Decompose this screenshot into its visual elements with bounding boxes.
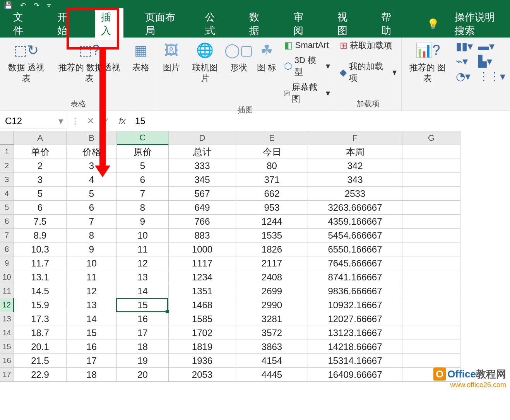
cell[interactable]: 16 [117,312,169,326]
cell[interactable]: 17 [67,354,117,368]
cell[interactable]: 14.5 [14,284,67,298]
name-box[interactable]: C12 ▾ [1,114,67,128]
cell[interactable]: 80 [236,159,308,173]
row-header[interactable]: 12 [0,298,14,312]
cell[interactable]: 766 [169,215,236,229]
cell[interactable]: 20 [117,368,169,382]
cell[interactable]: 3263.666667 [308,201,402,215]
cell[interactable] [402,215,460,229]
cell[interactable] [402,270,460,284]
cell[interactable]: 13 [67,298,117,312]
cell[interactable] [402,187,460,201]
cell[interactable]: 8.9 [14,229,67,242]
line-chart-icon[interactable]: ▬▾ [478,40,505,53]
tab-file[interactable]: 文件 [7,8,36,40]
cell[interactable]: 342 [308,159,402,173]
row-header[interactable]: 5 [0,201,14,215]
bar-chart-icon[interactable]: ▙▾ [478,55,505,68]
cell[interactable]: 343 [308,173,402,187]
cell[interactable]: 18 [117,340,169,354]
cell[interactable]: 1244 [236,215,308,229]
cell[interactable]: 11.7 [14,256,67,270]
cell[interactable]: 2699 [236,284,308,298]
name-box-dropdown-icon[interactable]: ▾ [58,116,63,126]
col-header-F[interactable]: F [308,131,402,145]
row-header[interactable]: 10 [0,270,14,284]
icons-button[interactable]: ☘ 图 标 [256,40,277,73]
cell[interactable]: 2 [14,159,67,173]
cell[interactable]: 2053 [169,368,236,382]
qat-more-icon[interactable]: ▿ [47,1,51,10]
cell[interactable]: 1468 [169,298,236,312]
row-header[interactable]: 15 [0,340,14,354]
cell[interactable]: 8 [67,229,117,242]
cell[interactable]: 22.9 [14,368,67,382]
cell[interactable]: 5 [14,187,67,201]
row-header[interactable]: 9 [0,256,14,270]
row-header[interactable]: 17 [0,368,14,382]
cell[interactable] [402,173,460,187]
cell[interactable]: 16409.66667 [308,368,402,382]
cell[interactable] [402,326,460,340]
screenshot-button[interactable]: ⎚ 屏幕截图 ▾ [284,82,330,105]
cell[interactable]: 4359.166667 [308,215,402,229]
cell[interactable] [402,242,460,256]
cell[interactable]: 11 [117,242,169,256]
cell[interactable]: 17 [117,326,169,340]
tab-formulas[interactable]: 公式 [199,8,228,40]
row-header[interactable]: 1 [0,145,14,159]
cell[interactable]: 371 [236,173,308,187]
cell[interactable]: 9836.666667 [308,284,402,298]
my-addins-button[interactable]: ◆ 我的加载项 ▾ [340,61,397,84]
3d-model-button[interactable]: ⬡ 3D 模型 ▾ [284,55,330,78]
cell[interactable]: 6 [117,173,169,187]
row-header[interactable]: 11 [0,284,14,298]
col-header-D[interactable]: D [169,131,236,145]
cell[interactable]: 1000 [169,242,236,256]
cell[interactable]: 1826 [236,242,308,256]
cell[interactable] [402,312,460,326]
cell[interactable]: 18 [67,368,117,382]
cell[interactable] [402,284,460,298]
cell[interactable]: 6 [14,201,67,215]
cell[interactable]: 原价 [117,145,169,159]
cell[interactable]: 4445 [236,368,308,382]
cell[interactable]: 13123.16667 [308,326,402,340]
cell[interactable]: 7 [117,187,169,201]
row-header[interactable]: 6 [0,215,14,229]
cell[interactable]: 17.3 [14,312,67,326]
cell[interactable]: 345 [169,173,236,187]
cell[interactable]: 12 [67,284,117,298]
cell[interactable]: 7645.666667 [308,256,402,270]
cell[interactable]: 2990 [236,298,308,312]
insert-function-icon[interactable]: fx [114,116,131,126]
table-button[interactable]: ▦ 表格 [130,40,151,73]
cell[interactable]: 7.5 [14,215,67,229]
cell[interactable]: 单价 [14,145,67,159]
cell[interactable]: 12 [117,256,169,270]
tab-data[interactable]: 数据 [243,8,272,40]
cell[interactable] [402,256,460,270]
cell[interactable]: 16 [67,340,117,354]
cell[interactable] [402,201,460,215]
cell[interactable]: 14218.66667 [308,340,402,354]
cell[interactable]: 14 [117,284,169,298]
cell[interactable]: 11 [67,270,117,284]
cell[interactable] [402,354,460,368]
cell[interactable] [402,298,460,312]
cell[interactable]: 1819 [169,340,236,354]
cell[interactable]: 总计 [169,145,236,159]
cell[interactable]: 953 [236,201,308,215]
tell-me-search[interactable]: 操作说明搜索 [455,10,503,38]
cell[interactable]: 333 [169,159,236,173]
get-addins-button[interactable]: ⊞ 获取加载项 [340,40,397,51]
cell[interactable]: 18.7 [14,326,67,340]
row-header[interactable]: 7 [0,229,14,242]
cell[interactable]: 8 [117,201,169,215]
col-header-C[interactable]: C [117,131,169,145]
pie-chart-icon[interactable]: ◔▾ [456,70,473,83]
column-chart-icon[interactable]: ▮▮▾ [456,40,473,53]
col-header-E[interactable]: E [236,131,308,145]
cancel-formula-icon[interactable]: ✕ [83,116,98,126]
cell[interactable]: 567 [169,187,236,201]
